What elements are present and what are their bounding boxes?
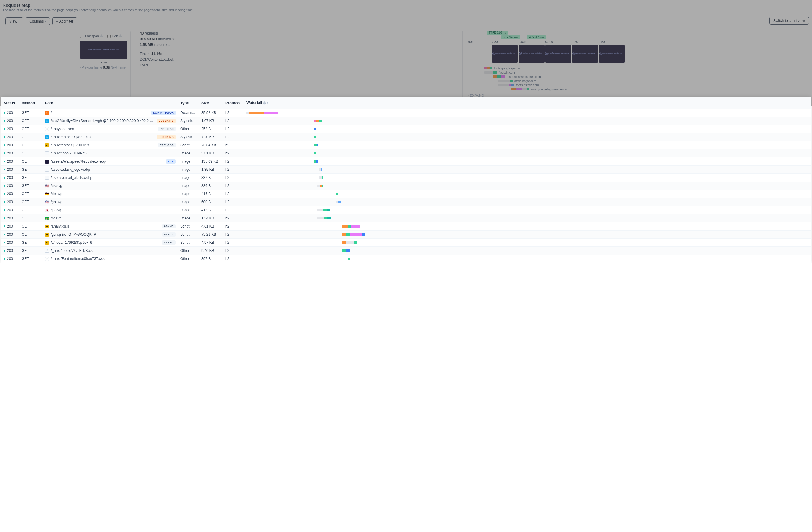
col-status[interactable]: Status — [1, 97, 19, 109]
table-row[interactable]: 200GETJS/_nuxt/entry.Xj_Z00JY.jsPRELOADS… — [1, 141, 811, 149]
file-type-icon: JS — [45, 241, 49, 245]
table-row[interactable]: 200GET/assets/slack_logo.webpImage1.35 K… — [1, 166, 811, 174]
status-code: 200 — [7, 216, 13, 220]
status-code: 200 — [7, 159, 13, 163]
col-protocol[interactable]: Protocol — [223, 97, 244, 109]
waterfall-bar — [246, 111, 808, 114]
type-cell: Other — [178, 125, 199, 133]
flag-icon: 🇺🇸 — [45, 184, 49, 188]
request-tag: ASYNC — [162, 241, 175, 245]
file-type-icon: 📄 — [45, 257, 49, 261]
status-code: 200 — [7, 241, 13, 245]
table-row[interactable]: 200GET/assets/email_alerts.webpImage837 … — [1, 174, 811, 182]
table-row[interactable]: 200GET/assets/Wattspeed%20video.webpLCPI… — [1, 158, 811, 166]
col-method[interactable]: Method — [19, 97, 43, 109]
path-text: / — [51, 111, 150, 115]
table-row[interactable]: 200GET3/css2?family=DM+Sans:ital,wght@0,… — [1, 117, 811, 125]
waterfall-bar — [246, 176, 808, 179]
path-text: /assets/email_alerts.webp — [51, 175, 175, 180]
size-cell: 1.54 KB — [199, 214, 223, 222]
table-row[interactable]: 200GET🇧🇷/br.svgImage1.54 KBh2 — [1, 214, 811, 222]
status-dot-icon — [4, 177, 5, 178]
table-row[interactable]: 200GET🇯🇵/jp.svgImage412 Bh2 — [1, 206, 811, 214]
table-row[interactable]: 200GET5/LCP INITIATORDocument35.92 KBh2 — [1, 109, 811, 117]
table-row[interactable]: 200GET🇬🇧/gb.svgImage600 Bh2 — [1, 198, 811, 206]
table-row[interactable]: 200GET📄/_payload.jsonPRELOADOther252 Bh2 — [1, 125, 811, 133]
status-dot-icon — [4, 201, 5, 203]
size-cell: 412 B — [199, 206, 223, 214]
type-cell: Other — [178, 247, 199, 255]
size-cell: 75.21 KB — [199, 231, 223, 239]
size-cell: 416 B — [199, 190, 223, 198]
col-type[interactable]: Type — [178, 97, 199, 109]
table-row[interactable]: 200GETJS/gtm.js?id=GTM-WGCQKFPDEFERScrip… — [1, 231, 811, 239]
waterfall-bar — [246, 152, 808, 155]
status-dot-icon — [4, 233, 5, 235]
table-row[interactable]: 200GETJS/c/hotjar-1769238.js?sv=6ASYNCSc… — [1, 239, 811, 247]
protocol-cell: h2 — [223, 190, 244, 198]
method-cell: GET — [19, 133, 43, 141]
status-dot-icon — [4, 153, 5, 154]
waterfall-bar — [246, 217, 808, 220]
protocol-cell: h2 — [223, 247, 244, 255]
request-tag: PRELOAD — [158, 127, 175, 131]
request-tag: BLOCKING — [157, 119, 175, 123]
table-row[interactable]: 200GETJS/analytics.jsASYNCScript4.61 KBh… — [1, 222, 811, 231]
status-dot-icon — [4, 112, 5, 114]
status-dot-icon — [4, 217, 5, 219]
file-type-icon: 📄 — [45, 249, 49, 253]
method-cell: GET — [19, 149, 43, 158]
method-cell: GET — [19, 231, 43, 239]
waterfall-bar — [246, 200, 808, 203]
table-row[interactable]: 200GET📄/_nuxt/index.V3vsErUB.cssOther9.4… — [1, 247, 811, 255]
waterfall-bar — [246, 160, 808, 163]
size-cell: 600 B — [199, 198, 223, 206]
table-row[interactable]: 200GET🇩🇪/de.svgImage416 Bh2 — [1, 190, 811, 198]
protocol-cell: h2 — [223, 222, 244, 231]
size-cell: 252 B — [199, 125, 223, 133]
table-row[interactable]: 200GET🇺🇸/us.svgImage886 Bh2 — [1, 182, 811, 190]
file-type-icon: 3 — [45, 119, 49, 123]
status-code: 200 — [7, 119, 13, 123]
type-cell: Image — [178, 206, 199, 214]
request-tag: PRELOAD — [158, 143, 175, 147]
type-cell: Script — [178, 222, 199, 231]
method-cell: GET — [19, 109, 43, 117]
status-dot-icon — [4, 136, 5, 138]
size-cell: 5.81 KB — [199, 149, 223, 158]
type-cell: Other — [178, 255, 199, 263]
method-cell: GET — [19, 206, 43, 214]
file-type-icon: 5 — [45, 111, 49, 115]
protocol-cell: h2 — [223, 214, 244, 222]
waterfall-bar — [246, 257, 808, 260]
protocol-cell: h2 — [223, 231, 244, 239]
status-code: 200 — [7, 127, 13, 131]
size-cell: 1.07 KB — [199, 117, 223, 125]
info-icon: ⓘ — [263, 101, 266, 105]
status-code: 200 — [7, 257, 13, 261]
file-type-icon: 3 — [45, 135, 49, 139]
file-type-icon — [45, 176, 49, 180]
path-text: /jp.svg — [51, 208, 175, 212]
table-row[interactable]: 200GET3/_nuxt/entry.tbXjxd3E.cssBLOCKING… — [1, 133, 811, 141]
col-waterfall[interactable]: Waterfallⓘ↑ — [244, 97, 811, 109]
table-row[interactable]: 200GET📄/_nuxt/FeatureItem.u0hau737.cssOt… — [1, 255, 811, 263]
size-cell: 4.97 KB — [199, 239, 223, 247]
path-text: /gtm.js?id=GTM-WGCQKFP — [51, 232, 160, 236]
table-row[interactable]: 200GET/_nuxt/logo.7_1UyRn5.Image5.81 KBh… — [1, 149, 811, 158]
col-path[interactable]: Path — [43, 97, 178, 109]
file-type-icon — [45, 168, 49, 172]
size-cell: 837 B — [199, 174, 223, 182]
size-cell: 135.69 KB — [199, 158, 223, 166]
protocol-cell: h2 — [223, 158, 244, 166]
status-dot-icon — [4, 209, 5, 211]
type-cell: Script — [178, 141, 199, 149]
size-cell: 4.61 KB — [199, 222, 223, 231]
status-dot-icon — [4, 258, 5, 260]
path-text: /css2?family=DM+Sans:ital,wght@0,100;0,2… — [51, 119, 155, 123]
col-size[interactable]: Size — [199, 97, 223, 109]
waterfall-bar — [246, 233, 808, 236]
file-type-icon — [45, 152, 49, 155]
method-cell: GET — [19, 190, 43, 198]
method-cell: GET — [19, 182, 43, 190]
